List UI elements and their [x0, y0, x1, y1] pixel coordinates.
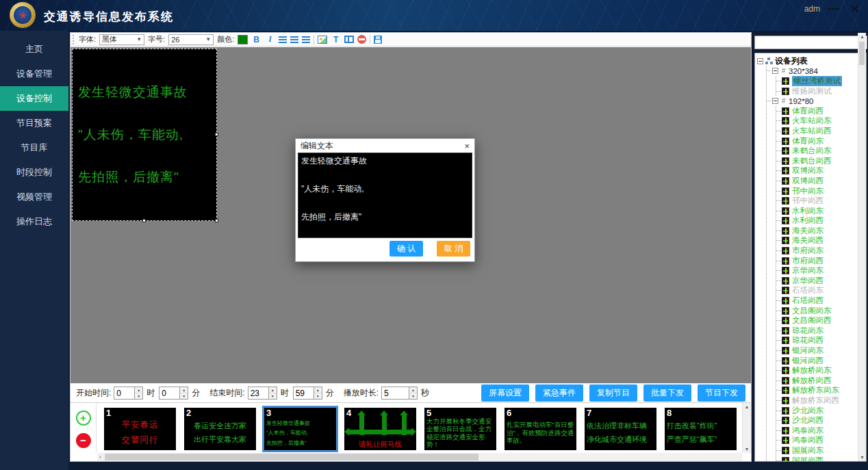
- device-node[interactable]: 沙北岗西: [776, 415, 856, 426]
- playlist-item[interactable]: 8打击改装“炸街”严查严惩“飙车”: [665, 408, 737, 450]
- emergency-event-button[interactable]: 紧急事件: [535, 384, 583, 402]
- sidebar-item[interactable]: 操作日志: [0, 209, 68, 234]
- device-node[interactable]: 解放桥东岗西: [776, 395, 856, 406]
- playlist-item[interactable]: 6扎实开展电动车“百日整治”，有效预防道路交通事故。: [505, 408, 576, 450]
- end-minute-input[interactable]: [293, 387, 314, 400]
- resize-handle-bottom[interactable]: [142, 219, 146, 222]
- scroll-up-icon[interactable]: ▲: [860, 34, 865, 40]
- minimize-button[interactable]: —: [828, 1, 839, 16]
- device-node[interactable]: 水利岗东: [776, 206, 856, 216]
- device-node[interactable]: 鸿泰岗东: [776, 426, 856, 436]
- led-preview[interactable]: 发生轻微交通事故 "人未伤，车能动, 先拍照，后撤离": [72, 49, 217, 221]
- device-node[interactable]: 解放桥东岗东: [776, 386, 856, 396]
- device-node[interactable]: 来鹤台岗东: [776, 146, 856, 156]
- sidebar-item[interactable]: 时段控制: [0, 160, 68, 185]
- close-button[interactable]: ✕: [850, 1, 860, 16]
- scrollbar-thumb[interactable]: [105, 454, 478, 460]
- no-entry-sign-icon[interactable]: [357, 35, 366, 44]
- device-node[interactable]: 京华岗西: [776, 276, 856, 286]
- align-right-icon[interactable]: [302, 36, 310, 43]
- device-node[interactable]: 石塔岗东: [776, 286, 856, 296]
- duration-stepper[interactable]: ▲▼: [409, 387, 418, 400]
- playlist-item[interactable]: 1平安春运交警同行: [104, 408, 176, 450]
- start-minute-input[interactable]: [159, 387, 179, 400]
- device-node[interactable]: 银河岗东: [776, 345, 856, 356]
- align-center-icon[interactable]: [290, 36, 298, 43]
- confirm-button[interactable]: 确 认: [390, 241, 423, 257]
- device-node[interactable]: 市府岗东: [776, 246, 856, 256]
- device-node[interactable]: 海关岗西: [776, 236, 856, 246]
- playlist-item[interactable]: 4请礼让斑马线: [344, 408, 416, 450]
- device-node[interactable]: 海关岗东: [776, 226, 856, 236]
- sidebar-item[interactable]: 节目库: [0, 135, 68, 160]
- playlist-item[interactable]: 7依法治理非标车辆净化城市交通环境: [585, 408, 656, 450]
- device-node[interactable]: 银河岗西: [776, 356, 856, 366]
- scroll-up-icon[interactable]: ▲: [745, 404, 750, 410]
- fontsize-select[interactable]: 26 ▼: [168, 34, 214, 45]
- end-minute-stepper[interactable]: ▲▼: [314, 387, 322, 400]
- device-node[interactable]: 螺丝湾桥测试: [776, 76, 856, 86]
- device-node[interactable]: 解放桥岗东: [776, 365, 856, 376]
- bold-button[interactable]: B: [251, 35, 261, 44]
- sidebar-item[interactable]: 节目预案: [0, 111, 68, 135]
- program-send-button[interactable]: 节目下发: [698, 384, 745, 402]
- font-select[interactable]: 黑体 ▼: [99, 34, 144, 45]
- end-hour-stepper[interactable]: ▲▼: [268, 387, 277, 400]
- start-hour-input[interactable]: [114, 387, 134, 400]
- dialog-textarea[interactable]: 发生轻微交通事故 "人未伤，车能动, 先拍照，后撤离": [298, 153, 472, 238]
- device-node[interactable]: 解放桥岗西: [776, 376, 856, 386]
- device-node[interactable]: 来鹤台岗西: [776, 156, 856, 166]
- device-node[interactable]: 市府岗西: [776, 256, 856, 266]
- start-hour-stepper[interactable]: ▲▼: [134, 387, 143, 400]
- start-minute-stepper[interactable]: ▲▼: [179, 387, 188, 400]
- device-search-input[interactable]: [754, 36, 867, 49]
- device-node[interactable]: 鸿泰岗西: [776, 436, 856, 446]
- device-node[interactable]: 双博岗东: [776, 166, 856, 177]
- collapse-icon[interactable]: [757, 58, 763, 64]
- device-node[interactable]: 国展岗西: [776, 456, 856, 462]
- device-node[interactable]: 体育岗西: [776, 106, 856, 116]
- insert-text-button[interactable]: T: [331, 35, 341, 44]
- scroll-left-icon[interactable]: ‹: [97, 454, 103, 460]
- duration-input[interactable]: [381, 387, 409, 400]
- device-node[interactable]: 沙北岗东: [776, 406, 856, 416]
- playlist-vertical-scrollbar[interactable]: ▲ ▼: [742, 403, 751, 453]
- color-swatch[interactable]: [238, 35, 248, 44]
- sidebar-item[interactable]: 视频管理: [0, 185, 68, 209]
- save-icon[interactable]: [374, 36, 382, 44]
- add-program-button[interactable]: +: [76, 410, 91, 426]
- tree-group-row[interactable]: #192*80: [767, 96, 856, 106]
- device-node[interactable]: 文昌阁岗东: [776, 306, 856, 316]
- playlist-horizontal-scrollbar[interactable]: ‹: [97, 453, 742, 461]
- device-node[interactable]: 水利岗西: [776, 216, 856, 226]
- collapse-icon[interactable]: [772, 68, 778, 74]
- device-node[interactable]: 琼花岗西: [776, 336, 856, 346]
- device-node[interactable]: 维扬岗测试: [776, 86, 856, 96]
- copy-program-button[interactable]: 复制节目: [589, 384, 637, 402]
- device-node[interactable]: 文昌阁岗西: [776, 315, 856, 326]
- playlist-item[interactable]: 2春运安全连万家出行平安靠大家: [184, 408, 256, 450]
- tree-scrollbar-thumb[interactable]: [859, 42, 865, 65]
- tree-root-row[interactable]: 设备列表: [757, 56, 856, 66]
- device-node[interactable]: 火车站岗东: [776, 116, 856, 127]
- device-node[interactable]: 体育岗东: [776, 136, 856, 146]
- collapse-icon[interactable]: [772, 98, 778, 104]
- sidebar-item[interactable]: 主页: [0, 37, 68, 62]
- scroll-down-icon[interactable]: ▼: [745, 446, 750, 452]
- sidebar-item[interactable]: 设备控制: [0, 86, 68, 111]
- device-node[interactable]: 京华岗东: [776, 265, 856, 276]
- align-left-icon[interactable]: [279, 36, 287, 43]
- sidebar-item[interactable]: 设备管理: [0, 62, 68, 86]
- tree-scrollbar[interactable]: ▲ ▼: [858, 33, 866, 461]
- playlist-item[interactable]: 3发生轻微交通事故"人未伤，车能动,先拍照，后撤离": [264, 408, 336, 450]
- marquee-icon[interactable]: [344, 36, 354, 43]
- playlist-item[interactable]: 5大力开展秋冬季交通安全整治百日会战，全力稳定道路交通安全形势！: [424, 408, 496, 450]
- end-hour-input[interactable]: [248, 387, 268, 400]
- device-node[interactable]: 火车站岗西: [776, 126, 856, 136]
- dialog-close-icon[interactable]: ×: [464, 141, 470, 151]
- device-node[interactable]: 石塔岗西: [776, 296, 856, 306]
- italic-button[interactable]: I: [265, 34, 275, 44]
- screen-settings-button[interactable]: 屏幕设置: [481, 384, 529, 402]
- device-node[interactable]: 邗中岗西: [776, 196, 856, 206]
- scroll-down-icon[interactable]: ▼: [860, 454, 865, 460]
